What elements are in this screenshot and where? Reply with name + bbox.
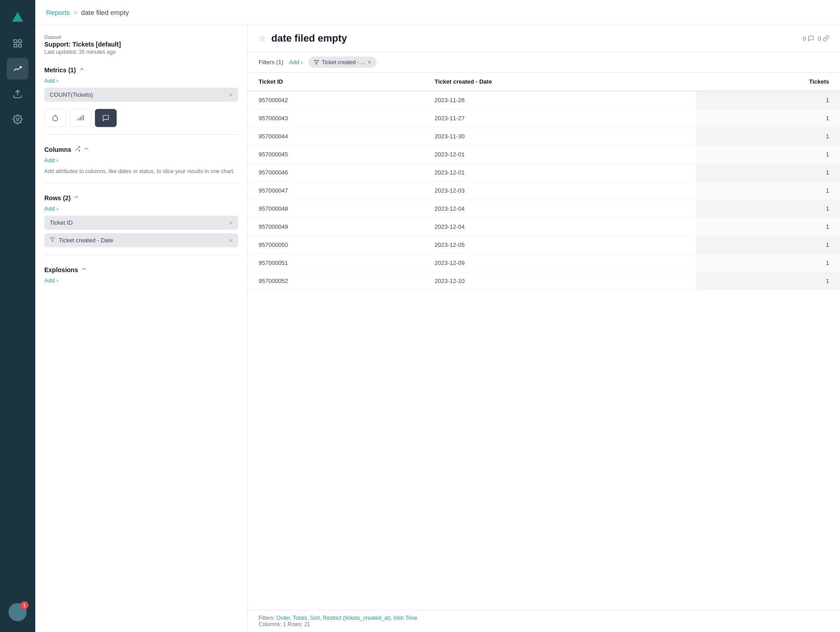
sidebar-item-dashboard[interactable] [7,33,28,54]
cell-ticket-id: 957000045 [248,146,424,164]
viz-icons-group [44,109,238,127]
viz-droplet-button[interactable] [44,109,66,127]
cell-ticket-id: 957000044 [248,127,424,146]
explosions-chevron-icon[interactable] [81,266,87,274]
dataset-label-text: Dataset [44,34,238,40]
bottom-filters-row: Filters: Order, Totals, Sort, Restrict (… [259,615,829,621]
sidebar-item-settings[interactable] [7,108,28,130]
table-row: 9570000522023-12-101 [248,272,840,290]
filter-link-irish-time[interactable]: Irish Time [394,615,417,621]
metrics-chevron-icon[interactable] [79,66,85,74]
cell-ticket-date: 2023-12-01 [424,164,696,182]
row-chip-ticket-date-label: Ticket created - Date [59,237,113,244]
filter-link-restrict[interactable]: Restrict (tickets_created_at), [323,615,392,621]
columns-add-button[interactable]: Add › [44,157,238,164]
dataset-updated: Last updated: 35 minutes ago [44,49,238,55]
viz-chat-button[interactable] [95,109,117,127]
columns-header: Columns [44,146,238,153]
filter-link-totals[interactable]: Totals, [293,615,309,621]
cell-ticket-date: 2023-12-01 [424,146,696,164]
links-badge: 0 [818,35,829,42]
table-header-row: Ticket ID Ticket created - Date Tickets [248,73,840,91]
breadcrumb-separator: > [74,9,78,16]
explosions-add-button[interactable]: Add › [44,277,238,284]
table-row: 9570000482023-12-041 [248,200,840,218]
cell-ticket-date: 2023-12-04 [424,200,696,218]
svg-rect-1 [14,40,17,42]
columns-chevron-icon[interactable] [83,146,90,153]
cell-ticket-id: 957000042 [248,91,424,109]
row-chip-ticket-id-remove[interactable]: × [229,219,233,226]
rows-header: Rows (2) [44,194,238,202]
favorite-star-icon[interactable]: ☆ [259,33,266,43]
report-header: ☆ date filed empty 0 0 [248,25,840,52]
explosions-section: Explosions Add › [44,266,238,284]
metrics-add-button[interactable]: Add › [44,77,238,84]
bottom-meta: Columns: 1 Rows: 21 [259,621,829,627]
main-area: Reports > date filed empty Dataset Suppo… [35,0,840,632]
table-row: 9570000432023-11-271 [248,109,840,127]
filter-icon [50,237,55,244]
cell-ticket-date: 2023-11-26 [424,91,696,109]
row-chip-ticket-created-date: Ticket created - Date × [44,233,238,247]
bottom-bar: Filters: Order, Totals, Sort, Restrict (… [248,610,840,632]
divider-2 [44,183,238,183]
cell-ticket-date: 2023-12-04 [424,218,696,236]
svg-rect-2 [19,40,21,42]
filters-text-label: Filters: [259,615,275,621]
explosions-title: Explosions [44,266,87,274]
col-header-tickets: Tickets [696,73,840,91]
divider-1 [44,134,238,135]
active-filter-chip[interactable]: Ticket created - ... × [308,57,377,68]
col-header-ticket-id: Ticket ID [248,73,424,91]
metric-chip-label: COUNT(Tickets) [50,91,93,98]
cell-tickets-count: 1 [696,91,840,109]
sidebar-item-analytics[interactable] [7,58,28,80]
cell-ticket-id: 957000046 [248,164,424,182]
svg-marker-15 [314,60,319,64]
report-title: date filed empty [271,33,798,44]
table-row: 9570000512023-12-091 [248,254,840,272]
add-filter-button[interactable]: Add › [289,59,303,66]
row-chip-ticket-id: Ticket ID × [44,216,238,230]
cell-ticket-date: 2023-12-05 [424,236,696,254]
rows-title: Rows (2) [44,194,80,202]
cell-tickets-count: 1 [696,236,840,254]
table-row: 9570000462023-12-011 [248,164,840,182]
right-panel: ☆ date filed empty 0 0 Filters (1) Add › [248,25,840,632]
cell-ticket-id: 957000052 [248,272,424,290]
app-logo[interactable] [9,7,27,25]
cell-tickets-count: 1 [696,200,840,218]
viz-signal-button[interactable] [70,109,91,127]
breadcrumb: Reports > date filed empty [35,0,840,25]
cell-tickets-count: 1 [696,272,840,290]
cell-ticket-date: 2023-12-10 [424,272,696,290]
filters-label: Filters (1) [259,59,283,66]
breadcrumb-current-page: date filed empty [81,9,129,16]
active-filter-label: Ticket created - ... [322,59,365,66]
rows-add-button[interactable]: Add › [44,205,238,212]
active-filter-remove-button[interactable]: × [368,59,372,66]
metric-chip-remove-button[interactable]: × [229,91,233,98]
divider-3 [44,255,238,255]
filter-link-order[interactable]: Order, [276,615,291,621]
filter-link-sort[interactable]: Sort, [310,615,321,621]
col-header-ticket-date: Ticket created - Date [424,73,696,91]
sidebar-item-upload[interactable] [7,83,28,105]
breadcrumb-reports-link[interactable]: Reports [46,9,70,16]
table-row: 9570000452023-12-011 [248,146,840,164]
comments-badge: 0 [803,35,814,42]
metric-chip-count-tickets: COUNT(Tickets) × [44,88,238,102]
rows-chevron-icon[interactable] [73,194,80,202]
cell-tickets-count: 1 [696,218,840,236]
row-chip-ticket-date-remove[interactable]: × [229,237,233,244]
columns-sort-icon[interactable] [74,146,80,153]
left-panel: Dataset Support: Tickets [default] Last … [35,25,248,632]
svg-rect-4 [19,44,21,47]
row-chip-ticket-id-label: Ticket ID [50,219,73,226]
cell-ticket-id: 957000048 [248,200,424,218]
svg-marker-14 [50,238,55,242]
columns-title: Columns [44,146,90,153]
header-badges: 0 0 [803,35,829,42]
cell-ticket-date: 2023-12-03 [424,182,696,200]
